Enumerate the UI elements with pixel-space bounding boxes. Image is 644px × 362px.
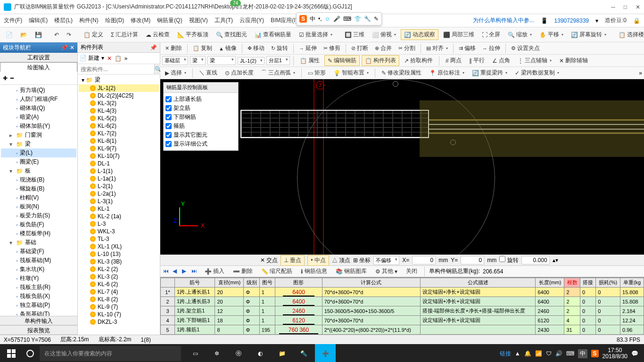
table-row[interactable]: 41跨.下部钢筋118Φ1612070*d+3600+70*d设定锚固+净长+设… [161, 316, 644, 325]
menu-view[interactable]: 视图(V) [189, 16, 208, 25]
offset-button[interactable]: ⇉ 偏移 [456, 43, 479, 53]
component-item[interactable]: JL-1(2) [79, 84, 159, 92]
pin-icon[interactable]: 📌 [61, 44, 68, 51]
menu-floor[interactable]: 楼层(L) [54, 16, 73, 25]
pan-button[interactable]: ✋ 平移▾ [537, 30, 566, 40]
tray-icon[interactable]: ▲ [515, 350, 520, 357]
more-button[interactable]: » [124, 55, 128, 62]
component-item[interactable]: KL-8 (2) [79, 296, 159, 303]
tree-item[interactable]: ▾📁梁 [1, 140, 76, 148]
grip-button[interactable]: ⚙ 设置夹点 [508, 43, 543, 53]
emoji-icon[interactable]: ☺ [325, 16, 330, 22]
rotate-button[interactable]: ↻ 旋转 [268, 43, 291, 53]
component-item[interactable]: L-3 [79, 220, 159, 228]
component-item[interactable]: L-1a(1) [79, 175, 159, 182]
tray-bell-icon[interactable]: 🔔 [524, 350, 531, 357]
display-option[interactable]: 显示详细公式 [165, 140, 236, 148]
nav-tree[interactable]: ▫剪力墙(Q)▫人防门框墙(RF▫砌体墙(Q)▫暗梁(A)▫砌体加筋(Y)▸📁门… [0, 85, 77, 316]
move-button[interactable]: ✥ 移动 [245, 43, 267, 53]
col-header[interactable]: 直径(mm) [215, 278, 244, 288]
component-item[interactable]: DL-2(2)[4C25] [79, 92, 159, 99]
component-item[interactable]: KL-10(7) [79, 152, 159, 160]
component-item[interactable]: KL-2 (2) [79, 265, 159, 273]
panel-close-icon[interactable]: ✕ [70, 44, 74, 51]
floor-select[interactable]: 基础层 [162, 56, 188, 65]
tree-item[interactable]: ▫板洞(N) [1, 202, 76, 211]
snap-coord[interactable]: ⊞ 坐标 [353, 256, 371, 264]
ime-mode[interactable]: 中 [310, 15, 315, 23]
col-header[interactable]: 搭接 [580, 278, 595, 288]
arc-button[interactable]: ⌒ 三点画弧▾ [258, 68, 298, 78]
settings-icon[interactable]: ✎ [374, 16, 379, 22]
app-fan-icon[interactable]: ✲ [206, 344, 227, 362]
rotate-input[interactable] [521, 256, 550, 264]
select-floor-button[interactable]: 📋 选择楼层 [616, 30, 644, 40]
credit-label[interactable]: 造价豆:0 [605, 16, 627, 25]
component-item[interactable]: KL-7(2) [79, 130, 159, 137]
tree-item[interactable]: ▫螺旋板(B) [1, 184, 76, 193]
app-ggj-icon[interactable]: ➕ [315, 344, 336, 362]
component-item[interactable]: XL-1 (XL) [79, 243, 159, 250]
close-grid-button[interactable]: 关闭 [403, 266, 420, 276]
display-option[interactable]: 上部通长筋 [165, 95, 236, 104]
menu-cloud[interactable]: 云应用(Y) [239, 16, 264, 25]
tree-item[interactable]: ▫暗梁(A) [1, 113, 76, 122]
tray-notifications-icon[interactable]: 💬 [631, 350, 638, 357]
taskbar-search[interactable]: 在这里输入你要搜索的内容 [40, 346, 181, 361]
component-item[interactable]: WKL-3 [79, 228, 159, 235]
keyboard-icon[interactable]: ⌨ [343, 16, 351, 22]
app-browser-icon[interactable]: ◐ [250, 344, 271, 362]
complist-pin-icon[interactable]: 📌 [150, 44, 157, 51]
first-button[interactable]: ⏮ [163, 268, 171, 275]
save-button[interactable]: 💾 [32, 31, 45, 39]
line-button[interactable]: ＼ 直线 [196, 68, 220, 78]
table-row[interactable]: 1*1跨.上通长筋120Φ1640070*d+3600+70*d设定锚固+净长+… [161, 288, 644, 297]
tray-safe-icon[interactable]: 🛡 [546, 350, 552, 357]
undo-button[interactable]: ↶ [51, 31, 62, 39]
tray-kb-icon[interactable]: ⌨ [566, 350, 574, 357]
align-button[interactable]: ▤ 对齐▾ [423, 43, 451, 53]
new-component-button[interactable]: 📄 新建 ▾ [80, 54, 104, 62]
orbit-button[interactable]: 🔄 动态观察 [401, 29, 438, 40]
scale-rebar-button[interactable]: 📏 缩尺配筋 [258, 266, 295, 276]
offset-mode[interactable]: 不偏移 [373, 256, 399, 265]
update-badge[interactable]: 74 [230, 0, 241, 6]
trim-button[interactable]: ✂ 修剪 [321, 43, 343, 53]
tree-item[interactable]: ▫现浇板(B) [1, 175, 76, 184]
display-option[interactable]: 下部钢筋 [165, 113, 236, 122]
menu-edit[interactable]: 编辑(E) [29, 16, 48, 25]
component-select[interactable]: JL-1(2) [238, 57, 264, 65]
3d-viewport[interactable]: 钢筋显示控制面板 上部通长筋 架立筋 下部钢筋 箍筋 显示其它图元 显示详细公式… [160, 79, 644, 255]
col-header[interactable]: 损耗(%) [596, 278, 620, 288]
align-top-button[interactable]: 📐 平齐板顶 [174, 30, 211, 40]
two-point-button[interactable]: # 两点 [443, 56, 464, 66]
component-item[interactable]: KL-1 [79, 205, 159, 213]
component-item[interactable]: KL-5(2) [79, 115, 159, 122]
table-row[interactable]: 21跨.上通长筋320Φ1640070*d+3600+70*d设定锚固+净长+设… [161, 297, 644, 306]
skin-icon[interactable]: 👕 [354, 16, 361, 22]
tray-clock[interactable]: 17:50 2018/8/30 [603, 347, 627, 360]
menu-tools[interactable]: 工具(T) [215, 16, 233, 25]
close-button[interactable]: ✕ [636, 4, 640, 10]
point-length-button[interactable]: ⊙ 点加长度 [222, 68, 256, 78]
pick-button[interactable]: ↗ 拾取构件 [401, 56, 436, 66]
refresh-span-button[interactable]: 🔄 重提梁跨▾ [469, 68, 510, 78]
rebar-display-panel[interactable]: 钢筋显示控制面板 上部通长筋 架立筋 下部钢筋 箍筋 显示其它图元 显示详细公式 [163, 82, 239, 151]
tree-item[interactable]: ▫砌体加筋(Y) [1, 122, 76, 131]
copy-button[interactable]: 📋 复制 [190, 43, 215, 53]
copy-component-button[interactable]: 📋 [115, 55, 122, 62]
menu-file[interactable]: 文件(F) [4, 16, 22, 25]
type-select[interactable]: 梁 [207, 56, 236, 65]
find-elem-button[interactable]: 🔍 查找图元 [213, 30, 250, 40]
menu-modify[interactable]: 修改(M) [131, 16, 150, 25]
search-input[interactable] [78, 64, 154, 74]
insert-row-button[interactable]: ➕ 插入 [202, 266, 227, 276]
col-header[interactable]: 筋号 [175, 278, 215, 288]
x-input[interactable] [412, 256, 436, 264]
tray-vol-icon[interactable]: 🔊 [555, 350, 562, 357]
zoom-button[interactable]: 🔍 缩放▾ [505, 30, 535, 40]
merge-button[interactable]: ⊕ 合并 [372, 43, 395, 53]
col-header[interactable]: 图形 [275, 278, 322, 288]
tab-report-preview[interactable]: 报表预览 [0, 325, 77, 335]
maximize-button[interactable]: □ [624, 4, 627, 10]
